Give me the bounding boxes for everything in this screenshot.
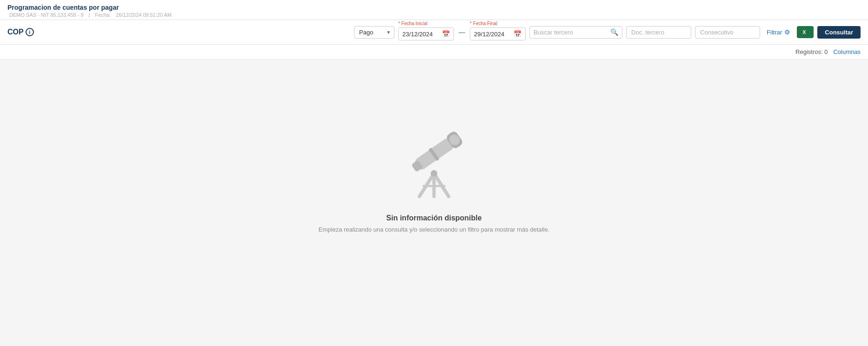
svg-text:X: X (803, 30, 806, 35)
fecha-inicial-label: * Fecha Inicial (398, 21, 427, 26)
excel-button[interactable]: X (797, 26, 814, 38)
consecutivo-input[interactable] (695, 26, 760, 39)
filtrar-label: Filtrar (767, 29, 782, 36)
fecha-final-wrapper: * Fecha Final 📅 (470, 27, 526, 40)
empty-state-illustration (392, 119, 476, 203)
sub-toolbar: Registros: 0 Columnas (0, 45, 868, 60)
separator: | (88, 12, 90, 18)
excel-icon: X (801, 28, 809, 36)
fecha-inicial-calendar-icon[interactable]: 📅 (438, 28, 454, 40)
app-header: Programacion de cuentas por pagar DEMO S… (0, 0, 868, 20)
filtrar-button[interactable]: Filtrar ⚙ (764, 26, 793, 38)
registros-value: 0 (824, 48, 828, 55)
empty-state-subtitle-text: Empieza realizando una consulta y/o sele… (319, 226, 549, 233)
date-label: Fecha: (95, 12, 111, 18)
registros-text: Registros: 0 (795, 48, 828, 55)
filter-controls: Pago Anticipo Todos ▼ * Fecha Inicial 📅 … (354, 24, 861, 40)
buscar-tercero-input[interactable] (534, 27, 610, 38)
currency-text: COP (7, 28, 24, 36)
company-name: DEMO SAS - NIT 85,133,458 - 9 (9, 12, 83, 18)
buscar-tercero-wrapper: 🔍 (529, 26, 622, 39)
fecha-final-input-row: 📅 (470, 27, 526, 40)
app-subtitle: DEMO SAS - NIT 85,133,458 - 9 | Fecha: 2… (7, 12, 861, 18)
fecha-final-label: * Fecha Final (470, 21, 497, 26)
registros-label: Registros: (795, 48, 823, 55)
empty-state-title: Sin información disponible (386, 214, 481, 222)
page-title: Programacion de cuentas por pagar (7, 4, 861, 11)
svg-point-10 (431, 170, 437, 176)
search-icon[interactable]: 🔍 (610, 28, 618, 36)
info-icon[interactable]: i (26, 28, 34, 36)
toolbar: COP i Pago Anticipo Todos ▼ * Fecha Inic… (0, 20, 868, 45)
consultar-button[interactable]: Consultar (817, 26, 861, 39)
fecha-inicial-input-row: 📅 (398, 27, 454, 40)
doc-tercero-input[interactable] (626, 26, 691, 39)
filter-icon: ⚙ (784, 28, 790, 36)
date-range-separator: — (458, 28, 466, 36)
main-content: Sin información disponible Empieza reali… (0, 60, 868, 292)
fecha-inicial-input[interactable] (399, 28, 438, 40)
date-value: 26/12/2024 09:51:20 AM (116, 12, 172, 18)
currency-badge: COP i (7, 28, 34, 36)
fecha-inicial-wrapper: * Fecha Inicial 📅 (398, 27, 454, 40)
fecha-final-calendar-icon[interactable]: 📅 (510, 28, 525, 40)
fecha-final-input[interactable] (470, 28, 510, 40)
empty-state-subtitle: Empieza realizando una consulta y/o sele… (319, 226, 549, 233)
columnas-button[interactable]: Columnas (833, 47, 861, 56)
payment-type-wrapper: Pago Anticipo Todos ▼ (354, 26, 394, 39)
payment-type-select[interactable]: Pago Anticipo Todos (354, 26, 394, 39)
